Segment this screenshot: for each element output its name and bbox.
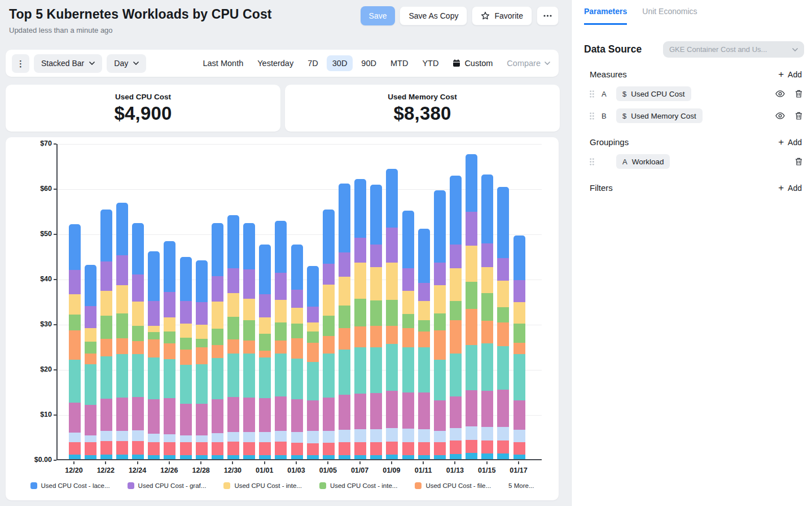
- bar-segment[interactable]: [243, 320, 255, 341]
- bar-segment[interactable]: [513, 343, 525, 354]
- bar-segment[interactable]: [481, 267, 493, 293]
- bar-segment[interactable]: [275, 221, 287, 273]
- bar-segment[interactable]: [69, 270, 81, 294]
- bar-segment[interactable]: [243, 398, 255, 432]
- bar-segment[interactable]: [323, 455, 335, 459]
- bar-segment[interactable]: [148, 301, 160, 326]
- visibility-eye-icon[interactable]: [775, 112, 785, 119]
- bar-segment[interactable]: [164, 359, 175, 398]
- bar-segment[interactable]: [227, 442, 239, 455]
- bar-segment[interactable]: [227, 268, 239, 293]
- bar-segment[interactable]: [386, 442, 398, 455]
- bar-segment[interactable]: [497, 258, 509, 281]
- bar-segment[interactable]: [69, 330, 81, 360]
- bar-segment[interactable]: [196, 325, 208, 339]
- bar-segment[interactable]: [339, 306, 350, 328]
- tab-parameters[interactable]: Parameters: [584, 7, 627, 25]
- bar-segment[interactable]: [418, 347, 430, 392]
- bar-segment[interactable]: [180, 404, 192, 436]
- bar-segment[interactable]: [148, 332, 160, 339]
- bar-segment[interactable]: [180, 435, 192, 442]
- bar-segment[interactable]: [100, 441, 112, 455]
- bar-segment[interactable]: [386, 391, 398, 428]
- bar-segment[interactable]: [85, 265, 96, 306]
- bar-segment[interactable]: [259, 245, 271, 294]
- bar-segment[interactable]: [259, 334, 271, 351]
- bar-segment[interactable]: [370, 455, 382, 459]
- bar-segment[interactable]: [227, 293, 239, 317]
- bar-segment[interactable]: [164, 331, 175, 343]
- bar-segment[interactable]: [481, 175, 493, 243]
- bar-segment[interactable]: [212, 455, 223, 459]
- bar-segment[interactable]: [212, 442, 223, 455]
- bar-segment[interactable]: [164, 442, 175, 455]
- bar-segment[interactable]: [100, 356, 112, 398]
- time-range-mtd[interactable]: MTD: [385, 55, 414, 71]
- bar-segment[interactable]: [323, 264, 335, 285]
- bar-segment[interactable]: [227, 455, 239, 459]
- bar-segment[interactable]: [291, 308, 303, 324]
- bar-segment[interactable]: [180, 324, 192, 338]
- bar-segment[interactable]: [307, 431, 319, 443]
- bar-segment[interactable]: [434, 360, 446, 400]
- bar-segment[interactable]: [307, 343, 319, 362]
- time-range-90d[interactable]: 90D: [355, 55, 382, 71]
- bar-segment[interactable]: [418, 331, 430, 348]
- bar-segment[interactable]: [132, 326, 144, 341]
- bar-segment[interactable]: [196, 339, 208, 347]
- bar-segment[interactable]: [370, 185, 382, 245]
- bar-segment[interactable]: [275, 322, 287, 341]
- bar-segment[interactable]: [196, 455, 208, 459]
- bar-segment[interactable]: [227, 339, 239, 354]
- bar-segment[interactable]: [116, 203, 128, 255]
- bar-segment[interactable]: [497, 427, 509, 440]
- bar-segment[interactable]: [132, 341, 144, 354]
- legend-item[interactable]: Used CPU Cost - lace...: [30, 482, 110, 489]
- add-measure-button[interactable]: + Add: [778, 70, 804, 79]
- bar-segment[interactable]: [212, 345, 223, 358]
- bar-segment[interactable]: [196, 260, 208, 302]
- bar-segment[interactable]: [132, 397, 144, 430]
- drag-handle-icon[interactable]: [590, 112, 594, 120]
- bar-segment[interactable]: [402, 268, 414, 291]
- bar-segment[interactable]: [339, 455, 350, 459]
- bar-segment[interactable]: [466, 345, 477, 391]
- bar-segment[interactable]: [418, 229, 430, 283]
- bar-segment[interactable]: [323, 210, 335, 264]
- bar-segment[interactable]: [180, 338, 192, 350]
- bar-segment[interactable]: [291, 432, 303, 443]
- bar-segment[interactable]: [466, 390, 477, 426]
- delete-trash-icon[interactable]: [795, 158, 802, 165]
- bar-segment[interactable]: [339, 430, 350, 442]
- bar-segment[interactable]: [323, 431, 335, 443]
- bar-segment[interactable]: [259, 398, 271, 432]
- bar-segment[interactable]: [418, 283, 430, 301]
- save-as-copy-button[interactable]: Save As Copy: [400, 6, 467, 25]
- add-filter-button[interactable]: + Add: [778, 184, 804, 193]
- bar-segment[interactable]: [481, 293, 493, 321]
- grouping-chip-workload[interactable]: A Workload: [616, 154, 670, 169]
- bar-segment[interactable]: [450, 440, 462, 454]
- bar-segment[interactable]: [132, 302, 144, 326]
- bar-segment[interactable]: [323, 316, 335, 337]
- bar-segment[interactable]: [481, 343, 493, 391]
- bar-segment[interactable]: [434, 190, 446, 263]
- bar-segment[interactable]: [227, 397, 239, 432]
- bar-segment[interactable]: [259, 357, 271, 398]
- bar-segment[interactable]: [354, 429, 366, 442]
- bar-segment[interactable]: [354, 442, 366, 455]
- bar-segment[interactable]: [323, 354, 335, 398]
- legend-item[interactable]: Used CPU Cost - inte...: [319, 482, 398, 489]
- bar-segment[interactable]: [418, 392, 430, 430]
- bar-segment[interactable]: [227, 317, 239, 339]
- bar-segment[interactable]: [180, 455, 192, 459]
- bar-segment[interactable]: [513, 324, 525, 343]
- bar-segment[interactable]: [402, 211, 414, 268]
- bar-segment[interactable]: [434, 313, 446, 330]
- bar-segment[interactable]: [291, 359, 303, 399]
- measure-chip-used-memory-cost[interactable]: $ Used Memory Cost: [616, 108, 703, 123]
- bar-segment[interactable]: [291, 443, 303, 455]
- bar-segment[interactable]: [164, 398, 175, 434]
- bar-segment[interactable]: [370, 429, 382, 442]
- bar-segment[interactable]: [259, 432, 271, 442]
